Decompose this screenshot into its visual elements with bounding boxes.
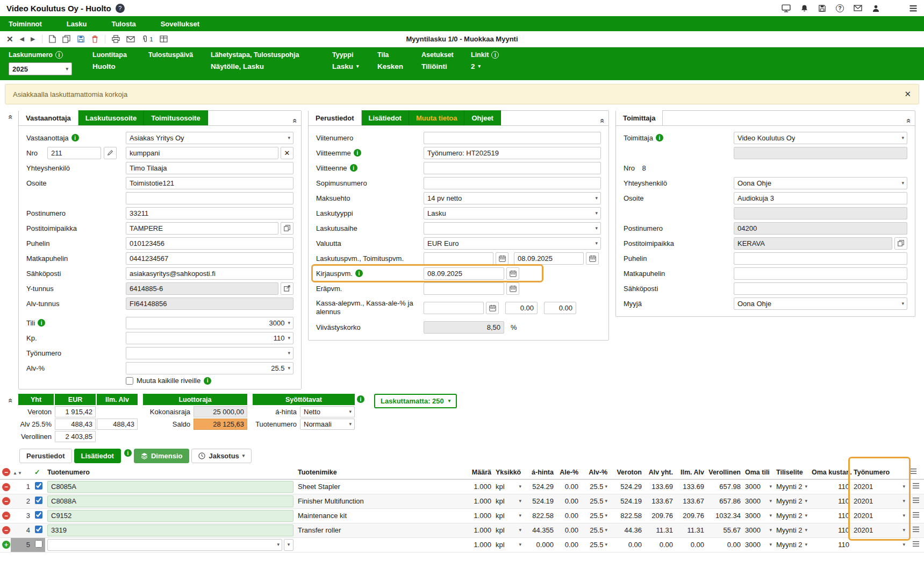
print-icon[interactable] — [112, 35, 120, 43]
myyja-select[interactable]: Oona Ohje▾ — [734, 297, 907, 310]
row-select-checkbox[interactable] — [35, 540, 42, 548]
delete-row-button[interactable]: − — [2, 512, 10, 520]
cost-center-cell[interactable]: 110 — [810, 479, 851, 494]
unit-select[interactable]: kpl▾ — [496, 526, 521, 534]
discount-cell[interactable]: 0.00 — [556, 523, 581, 537]
quantity-cell[interactable]: 1.000 — [463, 537, 493, 552]
discount-cell[interactable]: 0.00 — [556, 494, 581, 508]
supplier-yhteyshenkilo-select[interactable]: Oona Ohje▾ — [734, 177, 907, 189]
unit-price-cell[interactable]: 44.355 — [524, 523, 556, 537]
tab-toimitusosoite[interactable]: Toimitusosoite — [144, 110, 207, 125]
product-number-select[interactable]: ▾▾ — [47, 539, 293, 551]
col-omatili[interactable]: Oma tili — [743, 465, 774, 479]
delete-icon[interactable] — [91, 35, 98, 43]
worknumber-select[interactable]: 20201▾ — [854, 526, 905, 534]
osoite-input[interactable] — [126, 177, 293, 189]
account-name-select[interactable]: Myynti 2▾ — [776, 497, 807, 505]
workstation-icon[interactable] — [782, 4, 791, 12]
account-name-select[interactable]: Myynti 2▾ — [776, 512, 807, 520]
collapse-recipient-icon[interactable]: » — [289, 118, 298, 123]
supplier-matkapuhelin-input[interactable] — [734, 267, 907, 280]
col-alvyht[interactable]: Alv yht. — [644, 465, 675, 479]
calendar-icon[interactable] — [496, 252, 508, 265]
laskuttamatta-button[interactable]: Laskuttamatta: 250▾ — [374, 394, 457, 408]
matkapuhelin-input[interactable] — [126, 252, 293, 265]
notifications-bell-icon[interactable] — [800, 4, 808, 12]
row-menu-icon[interactable] — [912, 512, 920, 518]
collapse-supplier-icon[interactable]: » — [902, 118, 912, 123]
vat-select[interactable]: 25.5▾ — [583, 483, 607, 491]
product-name-cell[interactable] — [296, 537, 463, 552]
laskutusaihe-select[interactable]: ▾ — [424, 222, 601, 235]
back-icon[interactable]: ◀ — [20, 36, 24, 42]
tab-muuta-tietoa[interactable]: Muuta tietoa — [409, 110, 465, 125]
ahinta-mode-select[interactable]: Netto▾ — [300, 406, 355, 417]
attachment-icon[interactable]: 1 — [141, 35, 153, 43]
tab-laskutusosoite[interactable]: Laskutusosoite — [78, 110, 144, 125]
worknumber-select[interactable]: ▾ — [854, 542, 905, 547]
gridtab-lisatiedot[interactable]: Lisätiedot — [74, 449, 121, 463]
row-select-checkbox[interactable] — [35, 526, 42, 533]
close-icon[interactable]: ✕ — [6, 34, 13, 44]
asetukset-value[interactable]: Tiliöinti — [421, 62, 457, 70]
viitenumero-input[interactable] — [424, 132, 601, 144]
close-warning-icon[interactable]: ✕ — [904, 89, 911, 99]
cost-center-cell[interactable]: 110 — [810, 494, 851, 508]
erapvm-input[interactable] — [424, 282, 504, 295]
kp-select[interactable]: 110▾ — [126, 332, 293, 344]
account-select[interactable]: 3000▾ — [745, 497, 772, 505]
supplier-puhelin-input[interactable] — [734, 252, 907, 265]
account-select[interactable]: 3000▾ — [745, 483, 772, 491]
nro-input[interactable] — [47, 147, 101, 159]
kirjauspvm-input[interactable] — [424, 267, 504, 280]
unit-select[interactable]: kpl▾ — [496, 541, 521, 549]
supplier-osoite-input[interactable] — [734, 192, 907, 204]
worknumber-select[interactable]: 20201▾ — [854, 497, 905, 505]
edit-pencil-icon[interactable] — [104, 147, 117, 159]
mail-icon[interactable] — [854, 5, 862, 11]
worknumber-select[interactable]: 20201▾ — [854, 483, 905, 491]
quantity-cell[interactable]: 1.000 — [463, 494, 493, 508]
postinumero-input[interactable] — [126, 207, 293, 219]
delete-all-icon[interactable]: − — [2, 468, 10, 476]
row-select-checkbox[interactable] — [35, 497, 42, 504]
vat-select[interactable]: 25.5▾ — [583, 512, 607, 520]
osoite2-input[interactable] — [126, 192, 293, 204]
puhelin-input[interactable] — [126, 237, 293, 250]
tab-perustiedot[interactable]: Perustiedot — [309, 110, 362, 125]
email-icon[interactable] — [126, 36, 135, 42]
unit-price-cell[interactable]: 0.000 — [524, 537, 556, 552]
select-all-check-icon[interactable]: ✓ — [34, 469, 40, 476]
product-name-cell[interactable]: Transfer roller — [296, 523, 463, 537]
col-ilmalv[interactable]: Ilm. Alv — [675, 465, 706, 479]
clear-x-icon[interactable]: ✕ — [281, 147, 293, 159]
vat-select[interactable]: 25.5▾ — [583, 497, 607, 505]
row-select-checkbox[interactable] — [35, 482, 42, 490]
calendar-icon[interactable] — [506, 282, 519, 295]
col-tiliselite[interactable]: Tiliselite — [774, 465, 810, 479]
col-alv[interactable]: Alv-% — [581, 465, 610, 479]
unit-price-cell[interactable]: 524.19 — [524, 494, 556, 508]
calendar-icon[interactable] — [586, 252, 599, 265]
col-tuotenumero[interactable]: Tuotenumero — [45, 465, 296, 479]
cost-center-cell[interactable]: 110 — [810, 523, 851, 537]
copy-icon[interactable] — [894, 237, 907, 250]
account-name-select[interactable]: Myynti 2▾ — [776, 526, 807, 534]
menu-toiminnot[interactable]: Toiminnot — [9, 20, 42, 28]
col-veroton[interactable]: Veroton — [610, 465, 644, 479]
yhteyshenkilo-input[interactable] — [126, 162, 293, 174]
worknumber-select[interactable]: 20201▾ — [854, 512, 905, 520]
product-number-input[interactable]: C9152 — [47, 510, 293, 522]
col-yksikko[interactable]: Yksikkö — [493, 465, 524, 479]
menu-lasku[interactable]: Lasku — [67, 20, 87, 28]
product-name-cell[interactable]: Maintenance kit — [296, 508, 463, 523]
row-menu-icon[interactable] — [912, 541, 920, 547]
viitteenne-input[interactable] — [424, 162, 601, 174]
account-select[interactable]: 3000▾ — [745, 512, 772, 520]
grid-settings-icon[interactable] — [909, 468, 917, 474]
gridtab-jaksotus[interactable]: Jaksotus ▾ — [191, 449, 252, 463]
account-select[interactable]: 3000▾ — [745, 541, 772, 549]
row-menu-icon[interactable] — [912, 526, 920, 533]
unit-select[interactable]: kpl▾ — [496, 483, 521, 491]
row-select-checkbox[interactable] — [35, 511, 42, 519]
